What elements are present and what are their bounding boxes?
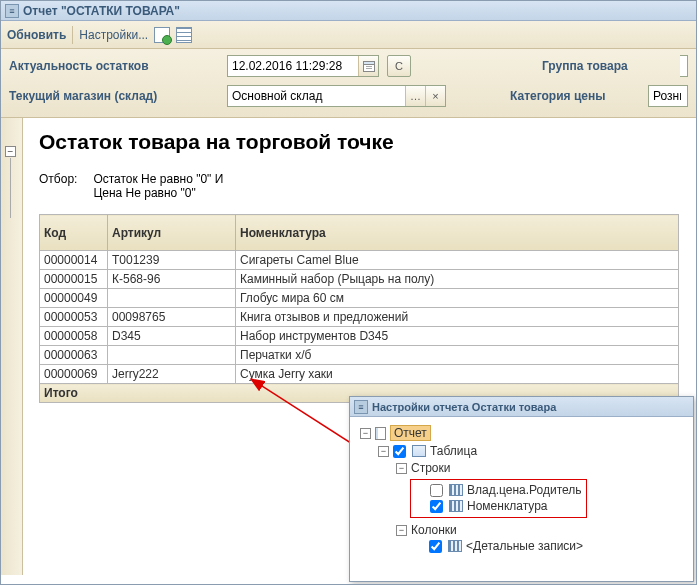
checkbox-detail[interactable] xyxy=(429,540,442,553)
filter-block: Отбор: Остаток Не равно "0" И Цена Не ра… xyxy=(39,172,696,200)
actuality-input[interactable] xyxy=(228,56,358,76)
cell-nom: Глобус мира 60 см xyxy=(236,289,679,308)
cell-nom: Перчатки х/б xyxy=(236,346,679,365)
checkbox-table[interactable] xyxy=(393,445,406,458)
outline-gutter: − xyxy=(1,118,23,575)
ellipsis-button[interactable]: … xyxy=(405,86,425,106)
cell-code: 00000058 xyxy=(40,327,108,346)
filter-line-1: Остаток Не равно "0" И xyxy=(93,172,223,186)
cell-art: 00098765 xyxy=(108,308,236,327)
price-category-input-wrap xyxy=(648,85,688,107)
tree-node-report[interactable]: Отчет xyxy=(390,425,431,441)
report-title: Остаток товара на торговой точке xyxy=(39,130,696,154)
tree-toggle-rows[interactable]: − xyxy=(396,463,407,474)
toolbar-separator xyxy=(72,26,73,44)
group-icon xyxy=(449,484,463,496)
table-row[interactable]: 00000014Т001239Сигареты Camel Blue xyxy=(40,251,679,270)
actuality-input-wrap xyxy=(227,55,379,77)
tree-node-nomenclature[interactable]: Номенклатура xyxy=(467,499,548,513)
tree-toggle-columns[interactable]: − xyxy=(396,525,407,536)
warehouse-input-wrap: … × xyxy=(227,85,446,107)
cell-art: Т001239 xyxy=(108,251,236,270)
cell-code: 00000015 xyxy=(40,270,108,289)
filter-line-2: Цена Не равно "0" xyxy=(93,186,223,200)
table-header-row: Код Артикул Номенклатура xyxy=(40,215,679,251)
doc-icon xyxy=(375,427,386,440)
cell-code: 00000053 xyxy=(40,308,108,327)
actuality-label: Актуальность остатков xyxy=(9,59,219,73)
cell-nom: Набор инструментов D345 xyxy=(236,327,679,346)
table-row[interactable]: 0000005300098765Книга отзывов и предложе… xyxy=(40,308,679,327)
group-input-stub[interactable] xyxy=(680,55,688,77)
tree-node-table[interactable]: Таблица xyxy=(430,444,477,458)
tree-node-detail[interactable]: <Детальные записи> xyxy=(466,539,583,553)
checkbox-owner-price-parent[interactable] xyxy=(430,484,443,497)
cell-art xyxy=(108,346,236,365)
table-row[interactable]: 00000058D345Набор инструментов D345 xyxy=(40,327,679,346)
tree-toggle-report[interactable]: − xyxy=(360,428,371,439)
window-title: Отчет "ОСТАТКИ ТОВАРА" xyxy=(23,4,180,18)
table-row[interactable]: 00000049Глобус мира 60 см xyxy=(40,289,679,308)
params-panel: Актуальность остатков С Группа товара Те… xyxy=(1,49,696,118)
report-icon: ≡ xyxy=(5,4,19,18)
cell-code: 00000014 xyxy=(40,251,108,270)
tree-node-rows[interactable]: Строки xyxy=(411,461,450,475)
cell-code: 00000069 xyxy=(40,365,108,384)
popup-title: Настройки отчета Остатки товара xyxy=(372,401,556,413)
data-table: Код Артикул Номенклатура 00000014Т001239… xyxy=(39,214,679,403)
cell-nom: Сумка Jerry хаки xyxy=(236,365,679,384)
filter-label: Отбор: xyxy=(39,172,77,200)
col-header-nom[interactable]: Номенклатура xyxy=(236,215,679,251)
filter-values: Остаток Не равно "0" И Цена Не равно "0" xyxy=(93,172,223,200)
checkbox-nomenclature[interactable] xyxy=(430,500,443,513)
cell-art: Jerry222 xyxy=(108,365,236,384)
price-category-label: Категория цены xyxy=(510,89,640,103)
window-titlebar: ≡ Отчет "ОСТАТКИ ТОВАРА" xyxy=(1,1,696,21)
table-row[interactable]: 00000069Jerry222Сумка Jerry хаки xyxy=(40,365,679,384)
group-label: Группа товара xyxy=(542,59,672,73)
tree-node-columns[interactable]: Колонки xyxy=(411,523,457,537)
tree-toggle-table[interactable]: − xyxy=(378,446,389,457)
cell-nom: Книга отзывов и предложений xyxy=(236,308,679,327)
cell-nom: Сигареты Camel Blue xyxy=(236,251,679,270)
settings-button[interactable]: Настройки... xyxy=(79,28,148,42)
table-icon xyxy=(412,445,426,457)
cell-art xyxy=(108,289,236,308)
save-settings-icon[interactable] xyxy=(154,27,170,43)
warehouse-input[interactable] xyxy=(228,86,405,106)
cell-code: 00000063 xyxy=(40,346,108,365)
highlight-box: Влад.цена.Родитель Номенклатура xyxy=(410,479,587,518)
collapse-toggle[interactable]: − xyxy=(5,146,16,157)
update-button[interactable]: Обновить xyxy=(7,28,66,42)
table-row[interactable]: 00000015К-568-96Каминный набор (Рыцарь н… xyxy=(40,270,679,289)
warehouse-label: Текущий магазин (склад) xyxy=(9,89,219,103)
c-button[interactable]: С xyxy=(387,55,411,77)
settings-tree: − Отчет − Таблица xyxy=(350,417,693,563)
settings-popup: ≡ Настройки отчета Остатки товара − Отче… xyxy=(349,396,694,582)
cell-art: К-568-96 xyxy=(108,270,236,289)
table-row[interactable]: 00000063Перчатки х/б xyxy=(40,346,679,365)
grid-icon[interactable] xyxy=(176,27,192,43)
col-header-art[interactable]: Артикул xyxy=(108,215,236,251)
price-category-input[interactable] xyxy=(649,86,685,106)
popup-icon: ≡ xyxy=(354,400,368,414)
main-toolbar: Обновить Настройки... xyxy=(1,21,696,49)
clear-button[interactable]: × xyxy=(425,86,445,106)
cell-art: D345 xyxy=(108,327,236,346)
col-header-code[interactable]: Код xyxy=(40,215,108,251)
outline-bracket xyxy=(10,158,11,218)
calendar-icon[interactable] xyxy=(358,56,378,76)
group-icon xyxy=(448,540,462,552)
group-icon xyxy=(449,500,463,512)
svg-rect-1 xyxy=(363,62,374,65)
cell-nom: Каминный набор (Рыцарь на полу) xyxy=(236,270,679,289)
table-body: 00000014Т001239Сигареты Camel Blue000000… xyxy=(40,251,679,384)
cell-code: 00000049 xyxy=(40,289,108,308)
tree-node-owner-price-parent[interactable]: Влад.цена.Родитель xyxy=(467,483,582,497)
popup-titlebar: ≡ Настройки отчета Остатки товара xyxy=(350,397,693,417)
